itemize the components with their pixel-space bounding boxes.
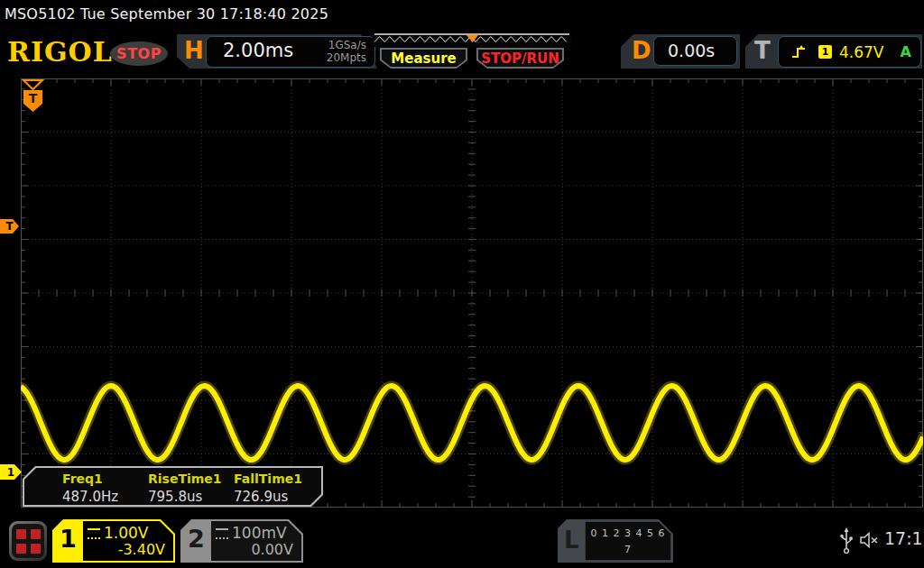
delay-label: D: [632, 35, 651, 66]
clock: 17:17: [884, 528, 924, 548]
sample-rate-readout: 1GSa/s 20Mpts: [327, 39, 366, 64]
channel1-number: 1: [60, 525, 77, 553]
logic-analyzer-widget[interactable]: L 0 1 2 3 4 5 6 7 8 9 10 11 12 13 14 15: [558, 519, 673, 563]
channel1-widget[interactable]: 1 1.00V -3.40V: [52, 519, 175, 563]
ch1-waveform: [21, 78, 923, 508]
timebase-value: 2.00ms: [223, 40, 293, 61]
sample-rate: 1GSa/s: [328, 39, 366, 51]
timebase-box[interactable]: 2.00ms 1GSa/s 20Mpts: [206, 36, 375, 68]
menu-button[interactable]: [9, 521, 47, 561]
channel2-readout: 100mV 0.00V: [211, 521, 301, 561]
channel1-scale: 1.00V: [104, 524, 148, 542]
measurement-label: RiseTime1: [148, 472, 222, 486]
rising-edge-icon: [791, 44, 808, 60]
measure-button[interactable]: Measure: [380, 48, 467, 69]
channel2-widget[interactable]: 2 100mV 0.00V: [180, 519, 303, 563]
stop-run-button-label: STOP/RUN: [478, 50, 562, 67]
brand-logo: RIGOL: [7, 36, 113, 68]
trigger-sweep-mode: A: [901, 43, 911, 60]
stop-run-button[interactable]: STOP/RUN: [476, 48, 564, 69]
logic-analyzer-label: L: [564, 527, 579, 554]
usb-icon: [839, 527, 854, 554]
svg-text:T: T: [29, 91, 38, 105]
window-title: MSO5102 Tue September 30 17:18:40 2025: [0, 0, 924, 29]
measurement-panel-body: Freq1 487.0Hz RiseTime1 795.8us FallTime…: [24, 468, 321, 505]
ch1-offset-marker-label: 1: [7, 466, 14, 479]
memory-depth: 20Mpts: [327, 51, 366, 64]
oscilloscope-screen: MSO5102 Tue September 30 17:18:40 2025 R…: [0, 0, 924, 568]
trigger-source-badge: 1: [818, 45, 832, 59]
measurement-label: FallTime1: [234, 472, 302, 486]
digital-channels-row2: 8 9 10 11 12 13 14 15: [591, 559, 665, 568]
grid-menu-icon: [12, 524, 44, 558]
speaker-muted-icon[interactable]: [859, 531, 881, 549]
trigger-level-marker-label: T: [5, 220, 13, 233]
waveform-preview-strip[interactable]: [373, 33, 571, 47]
ch1-offset-marker[interactable]: 1: [0, 464, 22, 480]
trigger-label: T: [754, 35, 771, 66]
horizontal-label: H: [184, 35, 204, 66]
digital-channels-row1: 0 1 2 3 4 5 6 7: [591, 527, 666, 555]
channel1-readout: 1.00V -3.40V: [83, 521, 173, 561]
trigger-position-marker[interactable]: T: [21, 78, 45, 115]
channel2-number: 2: [188, 525, 205, 553]
measurement-panel[interactable]: Freq1 487.0Hz RiseTime1 795.8us FallTime…: [23, 466, 323, 507]
trigger-level-marker[interactable]: T: [0, 219, 19, 234]
trigger-info-box[interactable]: 1 4.67V A: [778, 36, 921, 68]
preview-zigzag-icon: [373, 33, 571, 47]
measurement-value: 726.9us: [234, 489, 288, 505]
digital-channels-readout: 0 1 2 3 4 5 6 7 8 9 10 11 12 13 14 15: [585, 521, 671, 561]
delay-value-box[interactable]: 0.00s: [653, 36, 737, 66]
dc-coupling-icon: [88, 528, 100, 539]
measurement-value: 795.8us: [148, 489, 202, 505]
acquisition-status-badge: STOP: [110, 41, 168, 66]
delay-value: 0.00s: [668, 41, 715, 60]
trigger-level-value: 4.67V: [839, 43, 883, 61]
measurement-label: Freq1: [62, 472, 103, 486]
channel2-offset: 0.00V: [251, 541, 293, 558]
dc-coupling-icon: [216, 528, 228, 539]
measurement-value: 487.0Hz: [62, 489, 118, 505]
measure-button-label: Measure: [382, 50, 466, 67]
channel1-offset: -3.40V: [118, 541, 165, 558]
channel2-scale: 100mV: [232, 524, 287, 542]
graticule: T: [21, 78, 923, 508]
